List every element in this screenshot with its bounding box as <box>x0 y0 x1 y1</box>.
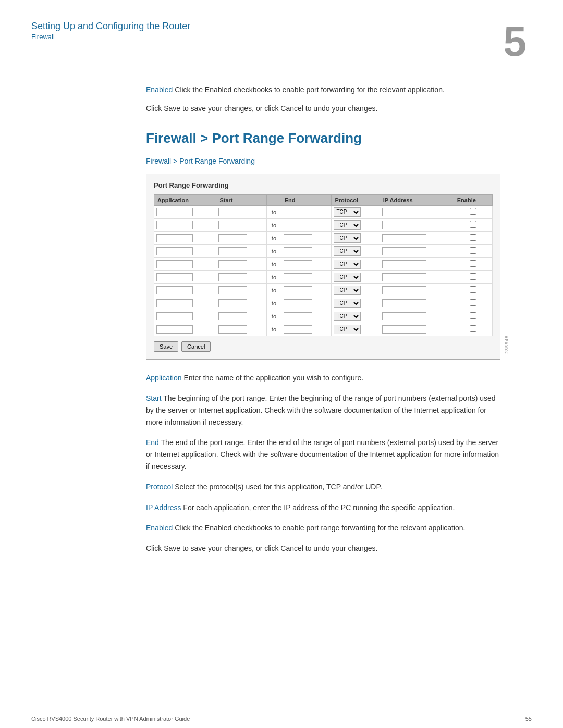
ip-input-10[interactable] <box>382 325 426 334</box>
table-row: to TCPUDP <box>154 231 493 244</box>
app-input-4[interactable] <box>156 247 193 255</box>
col-protocol: Protocol <box>332 194 380 205</box>
to-label-6: to <box>267 270 281 283</box>
ip-input-8[interactable] <box>382 299 426 307</box>
table-row: to TCPUDP <box>154 297 493 310</box>
to-label-9: to <box>267 310 281 323</box>
enable-checkbox-2[interactable] <box>470 221 476 228</box>
end-input-3[interactable] <box>284 234 312 242</box>
ip-input-5[interactable] <box>382 260 426 268</box>
to-label-3: to <box>267 231 281 244</box>
enable-checkbox-5[interactable] <box>470 260 476 267</box>
table-title: Port Range Forwarding <box>154 181 493 189</box>
protocol-select-10[interactable]: TCPUDP <box>334 325 361 334</box>
save-button[interactable]: Save <box>154 341 178 352</box>
protocol-select-1[interactable]: TCPUDP <box>334 207 361 217</box>
header-divider <box>31 68 532 68</box>
page-header: Setting Up and Configuring the Router Fi… <box>0 0 563 63</box>
to-label-1: to <box>267 205 281 218</box>
table-row: to TCPUDP <box>154 218 493 231</box>
protocol-select-9[interactable]: TCPUDP <box>334 312 361 321</box>
start-input-8[interactable] <box>218 299 247 307</box>
ipaddress-desc: IP Address For each application, enter t… <box>146 502 500 514</box>
col-application: Application <box>154 194 216 205</box>
start-input-2[interactable] <box>218 221 247 229</box>
enable-checkbox-9[interactable] <box>470 312 476 319</box>
table-row: to TCPUDP <box>154 270 493 283</box>
enable-checkbox-8[interactable] <box>470 299 476 306</box>
enable-checkbox-7[interactable] <box>470 286 476 293</box>
to-label-8: to <box>267 297 281 310</box>
ipaddress-text: For each application, enter the IP addre… <box>181 503 455 512</box>
protocol-select-6[interactable]: TCPUDP <box>334 273 361 282</box>
col-enable: Enable <box>454 194 492 205</box>
start-input-6[interactable] <box>218 273 247 281</box>
to-label-5: to <box>267 257 281 270</box>
col-end: End <box>281 194 332 205</box>
end-input-1[interactable] <box>284 208 312 216</box>
app-input-3[interactable] <box>156 234 193 242</box>
end-input-7[interactable] <box>284 286 312 294</box>
header-left: Setting Up and Configuring the Router Fi… <box>31 21 190 41</box>
enable-checkbox-10[interactable] <box>470 325 476 332</box>
ip-input-2[interactable] <box>382 221 426 229</box>
app-input-7[interactable] <box>156 286 193 294</box>
end-input-4[interactable] <box>284 247 312 255</box>
protocol-select-5[interactable]: TCPUDP <box>334 260 361 269</box>
app-input-2[interactable] <box>156 221 193 229</box>
end-input-10[interactable] <box>284 325 312 334</box>
start-input-1[interactable] <box>218 208 247 216</box>
app-input-9[interactable] <box>156 312 193 320</box>
start-input-7[interactable] <box>218 286 247 294</box>
port-range-forwarding-table: Application Start End Protocol IP Addres… <box>154 194 493 336</box>
protocol-select-4[interactable]: TCPUDP <box>334 246 361 256</box>
ip-input-9[interactable] <box>382 312 426 320</box>
intro-enabled-text: Click the Enabled checkbooks to enable p… <box>173 85 444 94</box>
ip-input-1[interactable] <box>382 208 426 216</box>
start-desc: Start The beginning of the port range. E… <box>146 392 500 428</box>
to-label-2: to <box>267 218 281 231</box>
chapter-title: Setting Up and Configuring the Router <box>31 21 190 32</box>
enable-checkbox-3[interactable] <box>470 234 476 241</box>
protocol-select-8[interactable]: TCPUDP <box>334 299 361 308</box>
ip-input-7[interactable] <box>382 286 426 294</box>
chapter-subtitle: Firewall <box>31 33 190 41</box>
subsection-heading: Firewall > Port Range Forwarding <box>146 157 500 165</box>
ip-input-6[interactable] <box>382 273 426 281</box>
start-input-9[interactable] <box>218 312 247 320</box>
end-input-8[interactable] <box>284 299 312 307</box>
application-desc: Application Enter the name of the applic… <box>146 372 500 384</box>
to-label-7: to <box>267 283 281 297</box>
app-input-5[interactable] <box>156 260 193 268</box>
end-input-5[interactable] <box>284 260 312 268</box>
app-input-6[interactable] <box>156 273 193 281</box>
start-keyword: Start <box>146 394 162 402</box>
end-input-9[interactable] <box>284 312 312 320</box>
start-input-5[interactable] <box>218 260 247 268</box>
ip-input-4[interactable] <box>382 247 426 255</box>
end-input-2[interactable] <box>284 221 312 229</box>
enabled2-keyword: Enabled <box>146 524 173 532</box>
col-to <box>267 194 281 205</box>
enable-checkbox-4[interactable] <box>470 247 476 254</box>
app-input-10[interactable] <box>156 325 193 334</box>
app-input-8[interactable] <box>156 299 193 307</box>
protocol-select-7[interactable]: TCPUDP <box>334 286 361 295</box>
app-input-1[interactable] <box>156 208 193 216</box>
end-input-6[interactable] <box>284 273 312 281</box>
enable-checkbox-6[interactable] <box>470 273 476 280</box>
table-row: to TCPUDP <box>154 244 493 257</box>
final-save-cancel: Click Save to save your changes, or clic… <box>146 542 500 554</box>
protocol-select-3[interactable]: TCPUDP <box>334 233 361 243</box>
ip-input-3[interactable] <box>382 234 426 242</box>
table-buttons: Save Cancel <box>154 341 493 352</box>
start-input-3[interactable] <box>218 234 247 242</box>
start-input-10[interactable] <box>218 325 247 334</box>
col-ipaddress: IP Address <box>380 194 454 205</box>
enable-checkbox-1[interactable] <box>470 208 476 215</box>
start-input-4[interactable] <box>218 247 247 255</box>
table-row: to TCPUDP <box>154 257 493 270</box>
cancel-button[interactable]: Cancel <box>181 341 211 352</box>
protocol-select-2[interactable]: TCPUDP <box>334 220 361 230</box>
section-heading: Firewall > Port Range Forwarding <box>146 130 500 146</box>
